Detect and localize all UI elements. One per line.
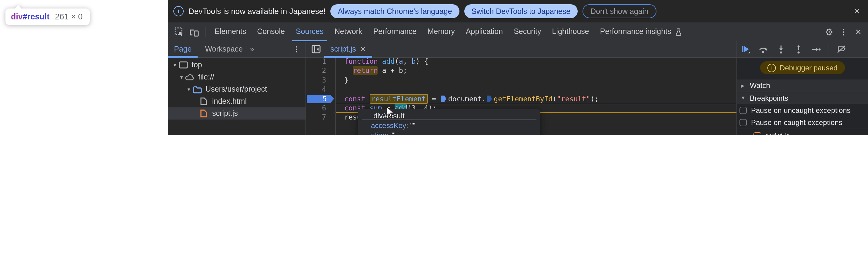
pause-caught-row: Pause on caught exceptions [737, 117, 868, 129]
gutter-line-number[interactable]: 2 [306, 66, 326, 76]
code-line: const resultElement = document.getElemen… [344, 94, 599, 104]
step-icon[interactable] [811, 44, 821, 54]
tab-security[interactable]: Security [508, 23, 547, 41]
inspect-element-icon[interactable] [172, 25, 187, 39]
code-line: } [344, 76, 348, 85]
toggle-navigator-panel-icon[interactable] [309, 42, 322, 56]
tab-network[interactable]: Network [329, 23, 368, 41]
pause-uncaught-checkbox[interactable] [740, 107, 747, 114]
frame-icon [178, 60, 188, 70]
editor-tab-close-icon[interactable]: ✕ [360, 45, 366, 53]
mouse-cursor-icon [386, 106, 395, 118]
element-size-tooltip: div#result 261 × 0 [5, 8, 90, 25]
info-icon: i [173, 6, 184, 17]
settings-gear-icon[interactable]: ⚙ [822, 25, 836, 39]
inline-breakpoint-marker-icon[interactable] [441, 95, 446, 102]
collapsed-arrow-icon: ▶ [741, 83, 746, 88]
source-editor: script.js ✕ 1function add(a, b) {2 retur… [306, 41, 737, 135]
tree-item-script-js[interactable]: script.js [168, 108, 306, 120]
tab-performance-insights[interactable]: Performance insights [595, 23, 688, 41]
tree-item-top[interactable]: ▼ top [168, 59, 306, 71]
flask-icon [674, 28, 682, 36]
popup-property: align: "" [371, 131, 538, 135]
section-watch[interactable]: ▶ Watch [737, 80, 868, 92]
gutter-divider [335, 58, 336, 135]
devtools-close-icon[interactable]: ✕ [851, 25, 866, 39]
tooltip-dimensions: 261 × 0 [55, 12, 83, 21]
breakpoint-file-group[interactable]: ▼ ‹› script.js [737, 129, 868, 135]
gutter-line-number[interactable]: 3 [306, 76, 326, 85]
resume-script-icon[interactable] [741, 44, 751, 54]
toolbar-divider [818, 27, 818, 37]
dont-show-again-button[interactable]: Don't show again [583, 4, 656, 18]
navigator-tabs: Page Workspace » ⋮ [168, 41, 306, 58]
navigator-kebab-icon[interactable]: ⋮ [293, 45, 300, 53]
inline-breakpoint-marker-icon[interactable] [487, 95, 492, 102]
main-toolbar: Elements Console Sources Network Perform… [168, 23, 868, 42]
tab-console[interactable]: Console [252, 23, 290, 41]
paused-info-icon: i [768, 63, 776, 72]
editor-tab-strip: script.js ✕ [306, 41, 737, 58]
more-options-kebab-icon[interactable]: ⋮ [836, 25, 851, 39]
step-into-icon[interactable] [776, 44, 786, 54]
infobar-close-icon[interactable]: ✕ [854, 7, 860, 16]
tooltip-id: #result [23, 12, 50, 21]
tab-elements[interactable]: Elements [209, 23, 252, 41]
tree-item-project-folder[interactable]: ▼ Users/user/project [168, 83, 306, 95]
editor-tab-script-js[interactable]: script.js ✕ [324, 41, 372, 57]
step-out-icon[interactable] [794, 44, 804, 54]
section-breakpoints[interactable]: ▼ Breakpoints [737, 92, 868, 104]
popup-property: accessKey: "" [371, 121, 538, 131]
expand-arrow-icon[interactable]: ▼ [185, 86, 192, 92]
step-over-icon[interactable] [758, 44, 769, 54]
tree-item-index-html[interactable]: index.html [168, 95, 306, 108]
expand-arrow-icon[interactable]: ▼ [172, 62, 178, 68]
deactivate-breakpoints-icon[interactable] [836, 44, 847, 54]
gutter-line-number[interactable]: 6 [306, 104, 326, 113]
object-preview-popup: div#result accessKey: ""align: ""ariaAto… [358, 109, 540, 135]
tree-item-file-protocol[interactable]: ▼ file:// [168, 71, 306, 83]
expanded-arrow-icon: ▼ [741, 95, 746, 101]
tab-application[interactable]: Application [460, 23, 508, 41]
gutter-line-number[interactable]: 7 [306, 113, 326, 123]
breakpoint-marker[interactable]: 5 [307, 94, 334, 103]
file-navigator-panel: Page Workspace » ⋮ ▼ top ▼ file:// [168, 41, 306, 135]
switch-devtools-japanese-button[interactable]: Switch DevTools to Japanese [464, 4, 578, 18]
device-toolbar-icon[interactable] [187, 25, 201, 39]
navigator-tab-page[interactable]: Page [168, 41, 199, 57]
tooltip-tag: div [11, 12, 23, 21]
debugger-sidebar: i Debugger paused ▶ Watch ▼ Breakpoints … [737, 41, 868, 135]
code-line: function add(a, b) { [344, 57, 428, 66]
navigator-tab-workspace[interactable]: Workspace [199, 41, 250, 57]
popup-divider [362, 120, 536, 120]
folder-icon [192, 84, 202, 94]
cloud-icon [185, 72, 194, 82]
tooltip-arrow [14, 5, 22, 9]
popup-props: accessKey: ""align: ""ariaAtomic: nullar… [371, 121, 538, 135]
expand-arrow-icon[interactable]: ▼ [178, 74, 185, 80]
always-match-language-button[interactable]: Always match Chrome's language [330, 4, 459, 18]
tab-sources[interactable]: Sources [290, 23, 329, 41]
paused-badge-area: i Debugger paused [737, 58, 868, 80]
debugger-paused-badge: i Debugger paused [761, 61, 845, 74]
devtools-window: i DevTools is now available in Japanese!… [168, 0, 868, 135]
expanded-arrow-icon: ▼ [745, 133, 750, 135]
gutter-line-number[interactable]: 1 [306, 57, 326, 66]
infobar-message: DevTools is now available in Japanese! [188, 7, 326, 16]
screenshot-stage: div#result 261 × 0 i DevTools is now ava… [0, 0, 868, 135]
toolbar-divider [205, 27, 206, 37]
file-js-icon [199, 109, 209, 118]
navigator-overflow-icon[interactable]: » [250, 45, 253, 53]
tab-lighthouse[interactable]: Lighthouse [547, 23, 594, 41]
gutter-line-number[interactable]: 4 [306, 85, 326, 94]
script-file-icon: ‹› [753, 132, 761, 135]
file-html-icon [199, 96, 209, 106]
tab-performance[interactable]: Performance [368, 23, 422, 41]
pause-caught-checkbox[interactable] [740, 119, 747, 126]
debugger-toolbar [737, 41, 868, 58]
pause-uncaught-row: Pause on uncaught exceptions [737, 104, 868, 117]
language-infobar: i DevTools is now available in Japanese!… [168, 0, 868, 23]
tab-memory[interactable]: Memory [422, 23, 460, 41]
code-line: return a + b; [344, 66, 407, 76]
toolbar-divider [829, 44, 829, 54]
